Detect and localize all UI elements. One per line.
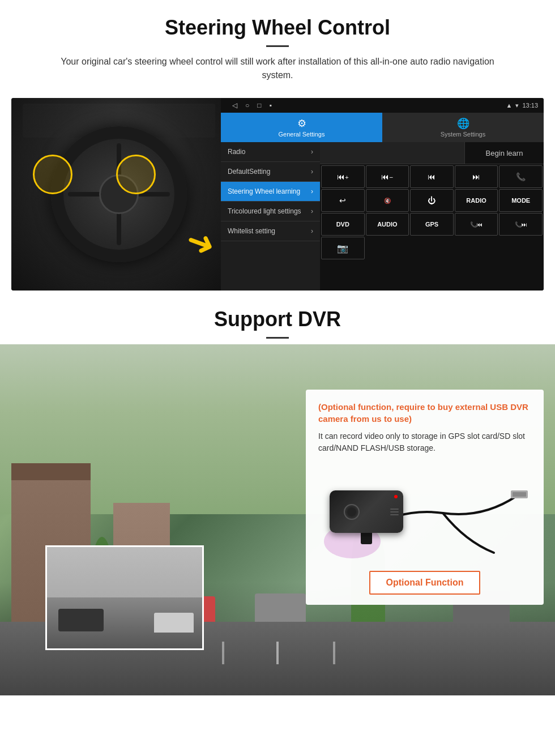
chevron-icon: › (311, 227, 313, 235)
tab-general-settings[interactable]: ⚙ General Settings (221, 113, 382, 142)
gear-icon: ⚙ (297, 117, 306, 130)
menu-list: Radio › DefaultSetting › Steering Wheel … (221, 142, 320, 291)
tab-system-settings[interactable]: 🌐 System Settings (382, 113, 544, 142)
btn-mode[interactable]: MODE (499, 189, 543, 212)
menu-item-radio[interactable]: Radio › (221, 142, 320, 162)
android-panel: ◁ ○ □ ▪ ▲ ▾ 13:13 ⚙ General Settings 🌐 S… (221, 98, 544, 291)
tab-bar: ⚙ General Settings 🌐 System Settings (221, 113, 544, 142)
btn-mute[interactable]: 🔇 (366, 189, 409, 212)
tab-system-label: System Settings (441, 131, 485, 138)
control-button-grid: ⏮+ ⏮− ⏮ ⏭ 📞 ↩ 🔇 ⏻ RADIO MODE DVD AUDIO (320, 164, 544, 260)
dvr-info-box: (Optional function, require to buy exter… (306, 390, 544, 605)
chevron-icon: › (311, 207, 313, 215)
steering-photo: ➜ (11, 98, 227, 291)
highlight-right (116, 155, 156, 194)
btn-phone-next[interactable]: 📞⏭ (499, 213, 543, 236)
nav-menu-icon[interactable]: ▪ (270, 101, 272, 109)
dashcam-thumbnail (45, 545, 204, 650)
nav-back-icon[interactable]: ◁ (232, 101, 237, 109)
btn-power[interactable]: ⏻ (410, 189, 454, 212)
menu-item-whitelist[interactable]: Whitelist setting › (221, 221, 320, 241)
btn-phone-prev[interactable]: 📞⏮ (455, 213, 498, 236)
btn-vol-plus[interactable]: ⏮+ (321, 165, 365, 188)
btn-audio[interactable]: AUDIO (366, 213, 409, 236)
btn-dvd[interactable]: DVD (321, 213, 365, 236)
begin-learn-empty (320, 142, 464, 164)
section1-title: Steering Wheel Control (23, 16, 532, 40)
dvr-divider (266, 337, 289, 339)
chevron-icon: › (311, 187, 313, 195)
menu-item-steering-wheel[interactable]: Steering Wheel learning › (221, 182, 320, 202)
nav-icons: ◁ ○ □ ▪ (232, 101, 272, 109)
chevron-icon: › (311, 148, 313, 156)
steering-composite: ➜ ◁ ○ □ ▪ ▲ ▾ 13:13 ⚙ General Setting (11, 98, 544, 291)
btn-radio[interactable]: RADIO (455, 189, 498, 212)
btn-prev-track[interactable]: ⏮ (410, 165, 454, 188)
begin-learn-row: Begin learn (320, 142, 544, 164)
wifi-icon: ▾ (515, 102, 519, 109)
begin-learn-button[interactable]: Begin learn (464, 142, 544, 164)
section1-header: Steering Wheel Control Your original car… (0, 0, 555, 88)
dvr-section: Support DVR (0, 291, 555, 695)
dvr-title: Support DVR (23, 307, 532, 331)
btn-vol-minus[interactable]: ⏮− (366, 165, 409, 188)
nav-home-icon[interactable]: ○ (245, 101, 249, 109)
dvr-camera-image (318, 462, 531, 564)
controls-area: Begin learn ⏮+ ⏮− ⏮ ⏭ 📞 ↩ 🔇 ⏻ RADIO (320, 142, 544, 291)
dvr-info-body: It can record video only to storage in G… (318, 430, 531, 454)
btn-phone[interactable]: 📞 (499, 165, 543, 188)
btn-gps[interactable]: GPS (410, 213, 454, 236)
steering-section: Steering Wheel Control Your original car… (0, 0, 555, 291)
highlight-left (33, 155, 72, 194)
btn-next-track[interactable]: ⏭ (455, 165, 498, 188)
yellow-arrow-icon: ➜ (181, 219, 221, 266)
optional-function-button[interactable]: Optional Function (369, 571, 481, 595)
signal-icon: ▲ (506, 102, 513, 109)
nav-recent-icon[interactable]: □ (257, 101, 261, 109)
system-icon: 🌐 (457, 117, 469, 130)
steering-wheel (51, 126, 187, 262)
dvr-info-title: (Optional function, require to buy exter… (318, 401, 531, 425)
dvr-header: Support DVR (0, 291, 555, 344)
tab-general-label: General Settings (279, 131, 325, 138)
menu-item-defaultsetting[interactable]: DefaultSetting › (221, 162, 320, 182)
section1-divider (266, 45, 289, 47)
btn-extra[interactable]: 📷 (321, 237, 365, 259)
menu-item-tricoloured[interactable]: Tricoloured light settings › (221, 202, 320, 221)
btn-hangup[interactable]: ↩ (321, 189, 365, 212)
status-time: 13:13 (522, 102, 538, 109)
panel-main: Radio › DefaultSetting › Steering Wheel … (221, 142, 544, 291)
svg-rect-1 (513, 492, 526, 497)
dvr-background: (Optional function, require to buy exter… (0, 344, 555, 695)
section1-description: Your original car's steering wheel contr… (45, 55, 510, 82)
status-bar: ◁ ○ □ ▪ ▲ ▾ 13:13 (221, 98, 544, 113)
chevron-icon: › (311, 168, 313, 176)
